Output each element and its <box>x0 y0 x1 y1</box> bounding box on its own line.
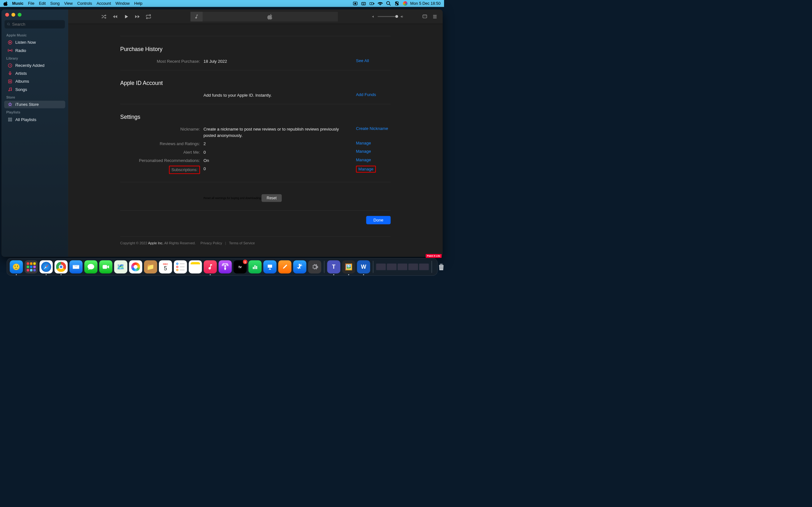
svg-point-8 <box>396 2 397 3</box>
battery-icon[interactable] <box>369 1 374 6</box>
dock-facetime[interactable] <box>99 260 113 274</box>
sidebar-item-albums[interactable]: Albums <box>4 78 65 85</box>
sidebar-item-label: Radio <box>15 48 26 53</box>
settings-row-action-link[interactable]: Manage <box>358 167 373 171</box>
sidebar-item-label: iTunes Store <box>15 102 39 107</box>
menu-view[interactable]: View <box>64 1 72 6</box>
page-footer: Copyright © 2022 Apple Inc. All Rights R… <box>120 236 391 252</box>
menubar: Music File Edit Song View Controls Accou… <box>0 0 444 7</box>
keyboard-input-icon[interactable] <box>361 1 366 6</box>
dock-music[interactable] <box>204 260 217 274</box>
svg-rect-22 <box>10 120 12 121</box>
dock-finder[interactable]: 🙂 <box>10 260 23 274</box>
wifi-icon[interactable] <box>377 1 383 6</box>
privacy-policy-link[interactable]: Privacy Policy <box>200 241 222 245</box>
volume-slider[interactable] <box>378 16 398 17</box>
settings-row-action-link[interactable]: Create Nickname <box>356 126 388 131</box>
dock-system-preferences[interactable] <box>308 260 321 274</box>
sidebar-item-itunes-store[interactable]: iTunes Store <box>4 101 65 108</box>
sidebar-item-all-playlists[interactable]: All Playlists <box>4 116 65 123</box>
menu-account[interactable]: Account <box>96 1 111 6</box>
dock-safari[interactable] <box>40 260 53 274</box>
settings-row-action-link[interactable]: Manage <box>356 141 371 146</box>
menu-file[interactable]: File <box>28 1 34 6</box>
dock-photos[interactable] <box>129 260 142 274</box>
menu-controls[interactable]: Controls <box>77 1 92 6</box>
lyrics-button[interactable] <box>422 14 427 19</box>
play-button[interactable] <box>123 14 130 20</box>
control-center-icon[interactable] <box>394 1 399 6</box>
svg-point-12 <box>9 50 10 51</box>
svg-point-5 <box>387 2 390 5</box>
screen-record-icon[interactable] <box>353 1 358 6</box>
terms-link[interactable]: Terms of Service <box>229 241 255 245</box>
now-playing-display[interactable] <box>190 12 338 21</box>
svg-rect-23 <box>423 15 426 18</box>
close-button[interactable] <box>5 13 9 16</box>
settings-row-value: On <box>203 158 356 164</box>
search-input-container[interactable] <box>4 20 65 28</box>
shuffle-button[interactable] <box>101 14 107 20</box>
sidebar-item-radio[interactable]: Radio <box>4 47 65 54</box>
svg-rect-21 <box>9 120 10 121</box>
menu-edit[interactable]: Edit <box>39 1 46 6</box>
repeat-button[interactable] <box>146 14 152 20</box>
settings-row-value: 0 <box>203 166 356 172</box>
menu-window[interactable]: Window <box>115 1 130 6</box>
siri-icon[interactable] <box>403 1 408 6</box>
dock-pages[interactable] <box>278 260 292 274</box>
sidebar-item-artists[interactable]: Artists <box>4 70 65 77</box>
dock-launchpad[interactable] <box>25 260 38 274</box>
search-input[interactable] <box>12 22 62 26</box>
dock-mail[interactable] <box>69 260 83 274</box>
dock-appstore[interactable] <box>293 260 306 274</box>
dock-preview[interactable]: 🖼️ <box>342 260 355 274</box>
sidebar-item-label: Artists <box>15 71 27 76</box>
sidebar-item-listen-now[interactable]: Listen Now <box>4 39 65 46</box>
dock-word[interactable]: W <box>357 260 370 274</box>
tv-badge: 1 <box>243 260 247 264</box>
volume-control[interactable] <box>372 14 404 18</box>
dock-separator-2 <box>373 261 373 273</box>
sidebar-item-songs[interactable]: Songs <box>4 86 65 93</box>
menubar-app-name[interactable]: Music <box>12 1 23 6</box>
settings-row-action-link[interactable]: Manage <box>356 149 371 154</box>
add-funds-text: Add funds to your Apple ID. Instantly. <box>203 92 356 99</box>
menu-song[interactable]: Song <box>50 1 60 6</box>
add-funds-link[interactable]: Add Funds <box>356 92 376 97</box>
dock-notes[interactable] <box>189 260 202 274</box>
dock-reminders[interactable] <box>174 260 187 274</box>
dock-messages[interactable] <box>84 260 98 274</box>
dock-tv[interactable]: tv1 <box>234 260 247 274</box>
menu-help[interactable]: Help <box>134 1 142 6</box>
dock-maps[interactable]: 🗺️ <box>114 260 128 274</box>
svg-point-25 <box>224 265 226 267</box>
apple-menu-icon[interactable] <box>3 1 8 6</box>
main-area: Purchase History Most Recent Purchase: 1… <box>68 9 443 257</box>
sidebar: Apple MusicListen NowRadioLibraryRecentl… <box>1 9 68 257</box>
sidebar-item-recently-added[interactable]: Recently Added <box>4 62 65 69</box>
minimize-button[interactable] <box>11 13 15 16</box>
dock-calendar[interactable]: DEC5 <box>159 260 172 274</box>
dock-numbers[interactable] <box>248 260 262 274</box>
see-all-link[interactable]: See All <box>356 58 369 63</box>
dock-podcasts[interactable] <box>218 260 232 274</box>
settings-row-action-link[interactable]: Manage <box>356 158 371 162</box>
dock-chrome[interactable] <box>55 260 68 274</box>
next-button[interactable] <box>135 14 141 20</box>
svg-rect-29 <box>268 265 272 268</box>
dock-keynote[interactable] <box>263 260 276 274</box>
previous-button[interactable] <box>112 14 118 20</box>
queue-button[interactable] <box>432 14 438 19</box>
sidebar-item-label: Listen Now <box>15 40 36 45</box>
maximize-button[interactable] <box>18 13 21 16</box>
settings-row: Reviews and Ratings:2Manage <box>120 140 391 148</box>
done-button[interactable]: Done <box>366 216 391 224</box>
spotlight-icon[interactable] <box>386 1 391 6</box>
reset-button[interactable]: Reset <box>262 194 282 202</box>
menubar-datetime[interactable]: Mon 5 Dec 18:50 <box>410 1 441 6</box>
dock-teams[interactable]: T <box>327 260 340 274</box>
dock-trash[interactable] <box>435 260 448 274</box>
dock-minimized-windows[interactable] <box>376 264 429 270</box>
dock-drive[interactable]: 📁 <box>144 260 157 274</box>
